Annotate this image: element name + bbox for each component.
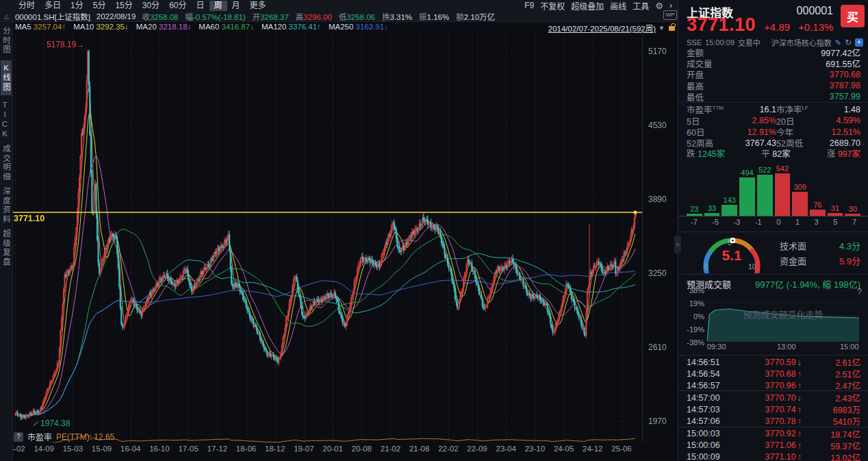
price-axis-label: 5170 <box>648 47 678 56</box>
period-tab-周[interactable]: 周 <box>209 1 227 11</box>
histogram-bar <box>845 214 860 216</box>
ma-value: 3416.87↓ <box>222 23 254 31</box>
tick-time: 14:57:06 <box>687 416 735 426</box>
capital-score-row: 资金面 5.9分 <box>780 254 860 267</box>
histogram-bar <box>739 177 755 216</box>
period-tab-分时[interactable]: 分时 <box>14 1 40 11</box>
tick-time: 14:57:00 <box>687 393 735 403</box>
breadth-down-count: 1245家 <box>698 149 725 159</box>
stat-row-最低: 最低3757.99 <box>678 91 868 102</box>
tick-row: 14:57:063770.78↑5410万 <box>678 414 868 426</box>
histogram-bar-value: 31 <box>831 204 839 212</box>
breadth-up: 涨 997家 <box>827 147 860 160</box>
collapse-triangle-icon[interactable]: △ <box>4 13 9 20</box>
time-axis-label: 21-02 <box>376 445 405 453</box>
quote-panel: 上证指数 000001 买 3771.10 +4.89 +0.13% SSE 1… <box>678 0 868 461</box>
kline-chart-area: MA5 3257.04↑MA10 3292.35↓MA20 3218.18↓MA… <box>12 22 678 461</box>
toolbar-item-画线[interactable]: 画线 <box>610 0 626 12</box>
ohlc-field-额: 额2.10万亿 <box>456 11 495 22</box>
ohlc-field-高: 高3296.00 <box>296 11 332 22</box>
histogram-slot: 31 <box>828 204 843 216</box>
toolbar-item-超级叠加[interactable]: 超级叠加 <box>571 0 604 12</box>
chevron-right-icon[interactable]: › <box>669 1 672 10</box>
time-axis-label: 15-09 <box>88 445 116 453</box>
histogram-bar-value: 143 <box>724 196 736 204</box>
panel-expand-handle[interactable]: » <box>674 236 681 253</box>
tick-price: 3771.10↑ <box>735 452 802 461</box>
period-tab-月[interactable]: 月 <box>227 1 245 11</box>
time-axis-label: 23-04 <box>492 445 520 453</box>
period-tab-30分[interactable]: 30分 <box>138 1 164 11</box>
histogram-bar-value: 23 <box>690 205 698 213</box>
ma-label: MA10 <box>73 23 96 31</box>
histogram-x-label: -3 <box>734 218 741 226</box>
unlock-icon[interactable] <box>669 26 675 31</box>
forecast-y-label: 38% <box>681 286 704 295</box>
stat-row-开盘: 开盘3770.68 <box>678 69 868 80</box>
breadth-down: 跌 1245家 <box>687 147 725 160</box>
time-axis-label: 15-03 <box>58 445 87 453</box>
stat-pair-row: 60日12.91%今年12.51% <box>678 125 868 136</box>
histogram-bar <box>775 173 791 216</box>
help-icon[interactable]: ? <box>14 432 23 442</box>
period-tab-更多[interactable]: 更多 <box>245 1 271 11</box>
period-tab-5分[interactable]: 5分 <box>88 1 111 11</box>
gear-icon[interactable]: ⚙ <box>655 1 663 11</box>
breadth-flat: 平 82家 <box>761 147 790 160</box>
stat-value: 691.55亿 <box>826 57 860 70</box>
histogram-x-label: -5 <box>712 218 719 226</box>
ma-legend-MA20: MA20 3218.18↓ <box>136 23 192 31</box>
ohlc-field-收: 收3258.08 <box>142 11 178 22</box>
tick-row: 14:57:033770.74↑6983万 <box>678 403 868 414</box>
price-axis-label: 1970 <box>648 416 678 426</box>
field-label: 收 <box>142 13 150 21</box>
histogram-bar <box>810 210 826 216</box>
field-value: 3258.08 <box>150 13 179 21</box>
time-axis-label: 20-01 <box>318 445 347 453</box>
period-tab-60分[interactable]: 60分 <box>164 1 191 11</box>
price-axis-label: 3250 <box>648 269 678 278</box>
toolbar-right: F9 不复权超级叠加画线工具 ⚙ › <box>524 0 678 12</box>
tick-row: 14:56:513770.59↓2.61亿 <box>678 356 868 367</box>
sidebar-item-K线图[interactable]: K线图 <box>1 60 12 95</box>
forecast-y-label: -38% <box>681 338 704 347</box>
stat-label-sup: TTM <box>713 105 724 111</box>
tick-price: 3770.74↑ <box>735 405 802 414</box>
period-tab-多日[interactable]: 多日 <box>40 1 66 11</box>
period-tab-日[interactable]: 日 <box>191 1 209 11</box>
buy-button[interactable]: 买 <box>841 5 865 27</box>
sidebar-item-分时图[interactable]: 分时图 <box>1 27 12 55</box>
toolbar-item-工具[interactable]: 工具 <box>633 0 649 12</box>
arrow-right-icon: → <box>76 40 84 49</box>
period-tab-1分[interactable]: 1分 <box>66 1 88 11</box>
last-price: 3771.10 <box>687 15 756 35</box>
tick-time: 15:00:09 <box>687 452 735 461</box>
sidebar-item-超级复盘[interactable]: 超级复盘 <box>1 229 12 266</box>
ma-label: MA60 <box>199 23 221 31</box>
breadth-up-count: 997家 <box>838 149 860 159</box>
time-axis-label: 16-10 <box>145 445 174 453</box>
sidebar-item-深度资料[interactable]: 深度资料 <box>1 187 12 224</box>
forecast-x-label: 09:30 <box>707 342 726 351</box>
ohlc-field-开: 开3268.37 <box>253 11 289 22</box>
histogram-bar <box>792 192 808 216</box>
field-label: 开 <box>253 13 261 21</box>
chevron-down-icon[interactable]: ▼ <box>659 25 665 32</box>
histogram-x-label: 0 <box>776 218 780 226</box>
ma-label: MA250 <box>329 23 356 31</box>
field-label: 额 <box>456 13 464 21</box>
help-icon[interactable]: ? <box>857 287 862 297</box>
bar-date: 2022/08/19 <box>97 12 136 21</box>
candlestick-canvas[interactable] <box>12 32 678 443</box>
sidebar-item-成交明细[interactable]: 成交明细 <box>1 145 12 182</box>
sidebar-item-TICK[interactable]: TICK <box>1 101 12 139</box>
toolbar-item-不复权[interactable]: 不复权 <box>540 0 565 12</box>
field-label: 振 <box>419 13 427 21</box>
histogram-slot: 143 <box>722 196 737 216</box>
fkey-label[interactable]: F9 <box>524 1 534 10</box>
tick-row: 14:56:543770.68↑2.51亿 <box>678 367 868 379</box>
tick-time: 14:56:51 <box>687 358 735 367</box>
pe-indicator-label[interactable]: 市盈率 <box>27 431 52 443</box>
toolbar-right-items: 不复权超级叠加画线工具 <box>540 0 649 12</box>
period-tab-15分[interactable]: 15分 <box>110 1 137 11</box>
